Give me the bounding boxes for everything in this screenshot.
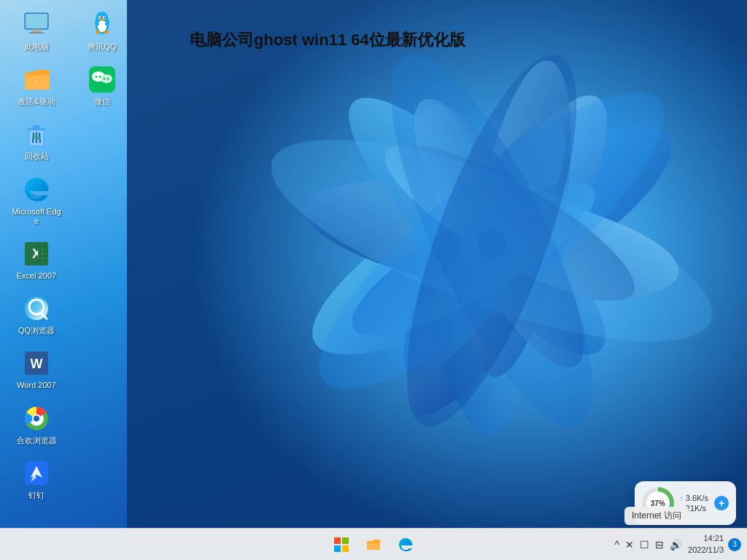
icon-activate-label: 激活&驱动 xyxy=(18,97,55,106)
svg-text:W: W xyxy=(31,357,43,371)
svg-rect-20 xyxy=(29,32,44,34)
icon-this-pc-label: 此电脑 xyxy=(25,42,49,52)
excel-icon: X xyxy=(22,239,51,268)
heyue-browser-icon xyxy=(22,404,51,433)
icon-edge[interactable]: Microsoft Edge xyxy=(7,172,66,229)
desktop: 电脑公司ghost win11 64位最新优化版 此电脑 ↑ xyxy=(0,0,747,560)
edge-icon xyxy=(22,175,51,204)
internet-tooltip: Internet 访问 xyxy=(624,507,689,525)
file-explorer-button[interactable] xyxy=(360,532,387,558)
icon-heyue-label: 合欢浏览器 xyxy=(17,436,57,446)
icon-qq-browser-label: QQ浏览器 xyxy=(18,326,55,335)
svg-point-53 xyxy=(100,17,101,18)
svg-point-63 xyxy=(96,76,98,78)
tray-checkbox-icon[interactable]: ☐ xyxy=(638,537,651,552)
icon-heyue-browser[interactable]: 合欢浏览器 xyxy=(7,401,66,448)
upload-arrow-icon: ↑ xyxy=(680,494,684,502)
start-button[interactable] xyxy=(328,532,355,558)
icon-dingding-label: 钉钉 xyxy=(28,491,44,500)
svg-point-54 xyxy=(104,17,106,18)
icon-this-pc[interactable]: 此电脑 xyxy=(7,7,66,55)
qq-browser-icon xyxy=(22,294,51,323)
icon-edge-label: Microsoft Edge xyxy=(10,207,63,226)
svg-rect-70 xyxy=(342,545,349,552)
icon-recycle-bin[interactable]: ♻ 回收站 xyxy=(7,117,66,164)
svg-point-44 xyxy=(34,416,39,421)
computer-icon xyxy=(22,10,51,39)
svg-rect-19 xyxy=(32,29,41,32)
svg-rect-26 xyxy=(28,128,45,131)
svg-rect-69 xyxy=(334,545,341,552)
icon-activate-drivers[interactable]: ↑ 激活&驱动 xyxy=(7,62,66,109)
icon-qq-browser[interactable]: QQ浏览器 xyxy=(7,291,66,338)
word-icon: W xyxy=(22,349,51,378)
svg-point-58 xyxy=(96,31,100,34)
edge-taskbar-button[interactable] xyxy=(392,532,419,558)
clock[interactable]: 14:21 2022/11/3 xyxy=(688,533,724,556)
svg-point-65 xyxy=(104,78,106,80)
icon-wechat-label: 微信 xyxy=(94,97,110,106)
icon-word[interactable]: W Word 2007 xyxy=(7,346,66,393)
activate-folder-icon: ↑ xyxy=(22,65,51,94)
svg-point-55 xyxy=(100,19,104,21)
clock-time: 14:21 xyxy=(688,533,724,544)
clock-date: 2022/11/3 xyxy=(688,545,724,556)
icon-wechat[interactable]: 微信 xyxy=(73,62,131,109)
icon-excel-label: Excel 2007 xyxy=(17,271,56,281)
icon-qq-label: 腾讯QQ xyxy=(88,42,116,52)
dingding-icon xyxy=(22,459,51,488)
icon-excel[interactable]: X Excel 2007 xyxy=(7,236,66,284)
svg-rect-27 xyxy=(33,125,40,128)
upload-speed-row: ↑ 3.6K/s xyxy=(680,494,708,502)
icon-word-label: Word 2007 xyxy=(17,381,56,390)
add-widget-button[interactable]: + xyxy=(714,496,729,510)
taskbar: ^ ✕ ☐ ⊟ 🔊 14:21 2022/11/3 3 xyxy=(0,528,747,560)
desktop-title: 电脑公司ghost win11 64位最新优化版 xyxy=(190,29,465,51)
svg-point-66 xyxy=(107,78,109,80)
qq-icon xyxy=(88,10,117,39)
svg-point-50 xyxy=(98,20,107,32)
icon-dingding[interactable]: 钉钉 xyxy=(7,456,66,503)
recycle-bin-icon: ♻ xyxy=(22,120,51,149)
svg-rect-68 xyxy=(342,537,349,544)
svg-point-64 xyxy=(99,76,101,78)
icon-recycle-label: 回收站 xyxy=(25,152,49,161)
taskbar-right: ^ ✕ ☐ ⊟ 🔊 14:21 2022/11/3 3 xyxy=(613,533,741,556)
tray-volume-icon[interactable]: 🔊 xyxy=(668,537,684,552)
svg-point-59 xyxy=(104,31,109,34)
icons-area: 此电脑 ↑ 激活&驱动 xyxy=(7,7,124,518)
notification-badge[interactable]: 3 xyxy=(728,538,741,551)
download-speed-value: 21K/s xyxy=(686,504,706,513)
tray-close-icon[interactable]: ✕ xyxy=(624,537,635,552)
icon-qq[interactable]: 腾讯QQ xyxy=(73,7,131,55)
svg-rect-67 xyxy=(334,537,341,544)
tray-chevron-icon[interactable]: ^ xyxy=(613,537,621,552)
tray-display-icon[interactable]: ⊟ xyxy=(654,537,665,552)
system-tray: ^ ✕ ☐ ⊟ 🔊 xyxy=(613,537,684,552)
svg-rect-18 xyxy=(26,14,47,28)
upload-speed-value: 3.6K/s xyxy=(686,494,708,502)
svg-point-62 xyxy=(101,74,112,83)
taskbar-center xyxy=(328,532,419,558)
svg-text:↑: ↑ xyxy=(35,78,39,86)
svg-text:♻: ♻ xyxy=(33,133,40,141)
wallpaper-art xyxy=(127,0,747,547)
wechat-icon xyxy=(88,65,117,94)
